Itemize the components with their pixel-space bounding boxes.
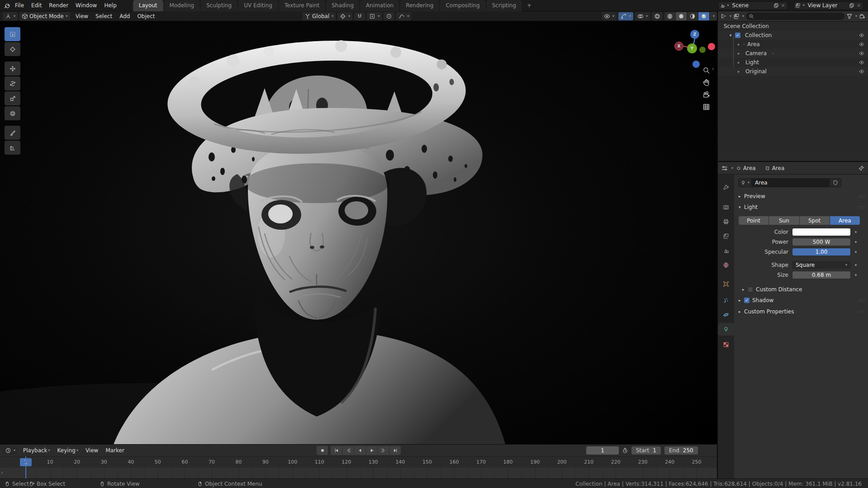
zoom-icon[interactable] xyxy=(702,66,710,74)
tool-annotate-button[interactable] xyxy=(5,126,20,140)
gizmos-toggle[interactable]: ▾ xyxy=(618,12,633,20)
outliner-editor-icon[interactable] xyxy=(721,13,727,19)
expand-icon[interactable]: ▾ xyxy=(730,33,735,38)
hide-eye-icon[interactable] xyxy=(859,51,864,56)
playhead[interactable] xyxy=(25,456,26,479)
copy-view-layer-icon[interactable] xyxy=(849,3,854,8)
hide-eye-icon[interactable] xyxy=(859,33,864,38)
hide-eye-icon[interactable] xyxy=(859,42,864,47)
properties-tab-object[interactable] xyxy=(718,278,734,290)
fake-user-shield-button[interactable] xyxy=(830,178,841,187)
outliner-item-light[interactable]: ▸Light xyxy=(718,58,868,67)
animate-dot[interactable] xyxy=(855,251,857,253)
outliner-filter-icon[interactable] xyxy=(846,13,853,19)
preview-panel-header[interactable]: ▸Preview :::: xyxy=(734,192,868,201)
light-data-dropdown[interactable]: ▾ xyxy=(738,178,752,187)
panel-drag-handle[interactable]: :::: xyxy=(858,298,865,303)
sidebar-collapse-icon[interactable]: ‹ xyxy=(712,66,714,72)
gizmo-z-axis[interactable]: Z xyxy=(690,30,699,39)
timeline-menu-view[interactable]: View xyxy=(82,447,102,454)
proportional-falloff-selector[interactable]: ▾ xyxy=(396,12,411,20)
workspace-tab-animation[interactable]: Animation xyxy=(360,0,400,11)
workspace-tab-sculpting[interactable]: Sculpting xyxy=(200,0,238,11)
custom-distance-checkbox[interactable] xyxy=(748,287,753,292)
specular-slider[interactable]: 1.00 xyxy=(792,248,851,256)
proportional-edit-toggle[interactable] xyxy=(384,12,394,20)
outliner-item-scene-collection[interactable]: Scene Collection xyxy=(718,22,868,31)
camera-view-icon[interactable] xyxy=(702,91,710,99)
next-keyframe-button[interactable] xyxy=(378,446,389,455)
unlink-view-layer-icon[interactable]: ✕ xyxy=(856,3,862,9)
play-button[interactable] xyxy=(366,446,377,455)
start-frame-field[interactable]: Start1 xyxy=(631,446,661,455)
properties-tab-texture[interactable] xyxy=(718,338,734,351)
menu-render[interactable]: Render xyxy=(45,0,72,11)
panel-drag-handle[interactable]: :::: xyxy=(858,194,865,199)
workspace-tab-texture-paint[interactable]: Texture Paint xyxy=(279,0,326,11)
nav-gizmo[interactable]: ZXY xyxy=(669,25,715,70)
properties-tab-view-layer[interactable] xyxy=(718,230,734,242)
workspace-tab-uv-editing[interactable]: UV Editing xyxy=(238,0,279,11)
shading-rendered-button[interactable] xyxy=(698,12,709,20)
workspace-tab-modeling[interactable]: Modeling xyxy=(164,0,201,11)
xray-toggle[interactable] xyxy=(652,12,663,20)
end-frame-field[interactable]: End250 xyxy=(664,446,698,455)
properties-tab-object-data[interactable] xyxy=(718,323,734,336)
record-button[interactable] xyxy=(317,446,328,455)
menu-window[interactable]: Window xyxy=(72,0,100,11)
orientation-selector[interactable]: Global▾ xyxy=(302,12,336,20)
light-type-point-button[interactable]: Point xyxy=(739,216,768,225)
copy-scene-icon[interactable] xyxy=(773,3,779,8)
pivot-selector[interactable]: ▾ xyxy=(337,12,352,20)
panel-drag-handle[interactable]: :::: xyxy=(858,309,865,314)
shading-dropdown[interactable]: ▾ xyxy=(710,12,717,20)
animate-dot[interactable] xyxy=(855,231,857,233)
data-name-field[interactable]: Area xyxy=(752,178,830,187)
collection-checkbox[interactable]: ✓ xyxy=(735,33,740,38)
expand-icon[interactable]: ▸ xyxy=(738,42,743,47)
properties-tab-render[interactable] xyxy=(718,201,734,213)
light-panel-header[interactable]: ▾Light :::: xyxy=(734,203,868,212)
snap-target-selector[interactable]: ▾ xyxy=(367,12,382,20)
workspace-tab-rendering[interactable]: Rendering xyxy=(400,0,440,11)
outliner-search-input[interactable] xyxy=(746,13,844,20)
properties-editor-icon[interactable] xyxy=(721,165,728,171)
properties-tab-world[interactable] xyxy=(718,259,734,271)
add-workspace-button[interactable]: + xyxy=(522,2,536,9)
properties-tab-particles[interactable] xyxy=(718,294,734,307)
shape-dropdown[interactable]: Square▾ xyxy=(792,261,851,269)
timeline-menu-playback[interactable]: Playback▾ xyxy=(19,447,54,454)
tool-select-box-button[interactable] xyxy=(5,27,20,41)
workspace-tab-shading[interactable]: Shading xyxy=(326,0,360,11)
animate-dot[interactable] xyxy=(855,264,857,266)
jump-to-end-button[interactable] xyxy=(389,446,401,455)
shading-material-button[interactable] xyxy=(687,12,698,20)
tool-rotate-button[interactable] xyxy=(5,76,20,90)
scene-name[interactable]: Scene xyxy=(730,2,772,9)
outliner-item-area[interactable]: ▸Area xyxy=(718,40,868,49)
power-field[interactable]: 500 W xyxy=(792,238,851,246)
jump-to-start-button[interactable] xyxy=(331,446,342,455)
custom-properties-panel-header[interactable]: ▸Custom Properties :::: xyxy=(734,307,868,316)
timeline-menu-keying[interactable]: Keying▾ xyxy=(54,447,82,454)
light-type-area-button[interactable]: Area xyxy=(830,216,860,225)
menu-help[interactable]: Help xyxy=(100,0,120,11)
properties-tab-tool[interactable] xyxy=(718,181,734,194)
expand-icon[interactable]: ▸ xyxy=(738,51,743,56)
tool-cursor-button[interactable] xyxy=(5,42,20,56)
properties-tab-physics[interactable] xyxy=(718,308,734,321)
shading-wireframe-button[interactable] xyxy=(664,12,675,20)
light-color-swatch[interactable] xyxy=(792,228,851,236)
breadcrumb-data[interactable]: Area xyxy=(765,165,785,171)
hide-eye-icon[interactable] xyxy=(859,69,864,74)
custom-distance-panel-header[interactable]: ▸ Custom Distance xyxy=(734,285,868,294)
new-collection-icon[interactable] xyxy=(859,13,865,19)
timeline-ruler[interactable]: 1020304050607080901001101201301401501601… xyxy=(0,456,717,468)
tool-scale-button[interactable] xyxy=(5,91,20,105)
viewport-menu-select[interactable]: Select xyxy=(92,13,116,19)
editor-type-button[interactable]: ▾ xyxy=(3,12,18,20)
outliner-item-camera[interactable]: ▸Camera xyxy=(718,49,868,58)
workspace-tab-compositing[interactable]: Compositing xyxy=(440,0,486,11)
outliner-item-original[interactable]: ▸Original xyxy=(718,67,868,76)
blender-logo-icon[interactable] xyxy=(4,2,11,9)
